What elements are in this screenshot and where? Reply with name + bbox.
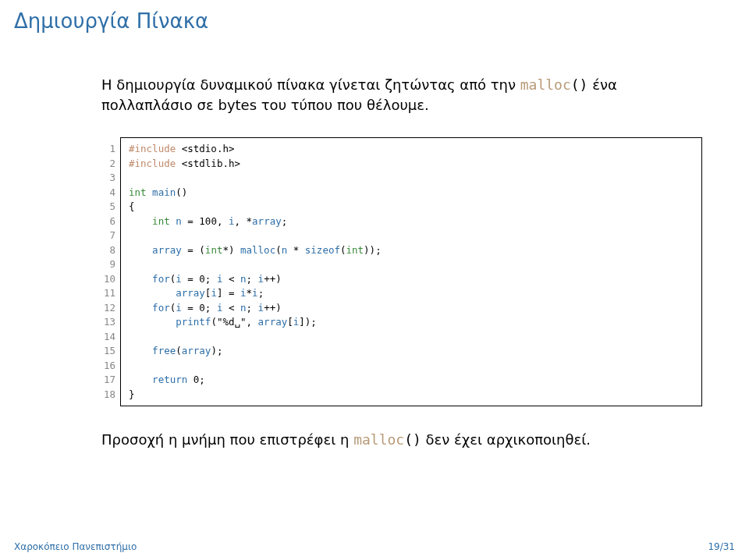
intro-parens: () [571, 76, 588, 93]
slide-content: Η δημιουργία δυναμικού πίνακα γίνεται ζη… [0, 75, 749, 450]
slide: Δημιουργία Πίνακα Η δημιουργία δυναμικού… [0, 0, 749, 560]
line-numbers: 1 2 3 4 5 6 7 8 9 10 11 12 13 14 15 16 1… [101, 137, 120, 406]
code-block: 1 2 3 4 5 6 7 8 9 10 11 12 13 14 15 16 1… [101, 137, 702, 406]
slide-title: Δημιουργία Πίνακα [0, 9, 749, 33]
intro-malloc: malloc [520, 76, 571, 93]
outro-parens: () [404, 431, 421, 448]
footer: Χαροκόπειο Πανεπιστήμιο 19/31 [0, 541, 749, 552]
outro-malloc: malloc [353, 431, 404, 448]
intro-part1: Η δημιουργία δυναμικού πίνακα γίνεται ζη… [101, 76, 520, 93]
footer-right: 19/31 [708, 541, 735, 552]
intro-text: Η δημιουργία δυναμικού πίνακα γίνεται ζη… [101, 75, 702, 115]
code-listing: #include <stdio.h> #include <stdlib.h> i… [120, 137, 702, 406]
outro-part2: δεν έχει αρχικοποιηθεί. [421, 431, 591, 448]
outro-part1: Προσοχή η μνήμη που επιστρέφει η [101, 431, 353, 448]
outro-text: Προσοχή η μνήμη που επιστρέφει η malloc(… [101, 430, 702, 450]
footer-left: Χαροκόπειο Πανεπιστήμιο [14, 541, 137, 552]
